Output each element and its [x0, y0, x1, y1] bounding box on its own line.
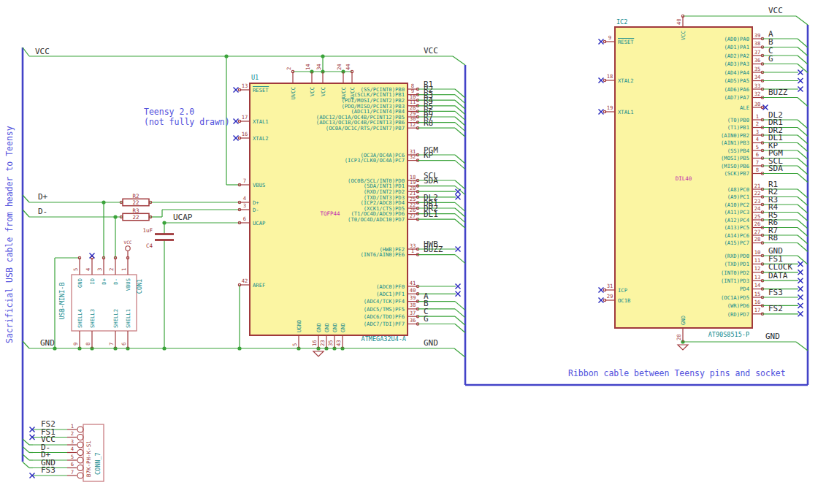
u1-pin-number: 38	[410, 302, 416, 308]
ic2-pin-number: 18	[607, 73, 613, 80]
u1-pin-name: VBUS	[253, 182, 265, 188]
junction-dot	[237, 346, 241, 350]
ic2-pin-number: 35	[754, 66, 761, 72]
ic2-pin-name: (SS)PB4	[727, 148, 749, 154]
ic2-pin-number: 40	[676, 18, 682, 25]
u1-pin-number: 27	[410, 213, 416, 219]
ic2-pin-number: 3	[756, 129, 759, 135]
ic2-pin-number: 21	[754, 183, 761, 189]
con1-pin-number: 7	[108, 343, 115, 345]
ic2-pin-name: (AD2)PA2	[724, 53, 749, 59]
note-teensy-line2: (not fully drawn)	[144, 117, 230, 127]
ic2-pin-name: ICP	[618, 287, 627, 294]
ic2-value: AT90S8515-P	[708, 331, 749, 338]
junction-dot	[321, 54, 324, 58]
ic2-pin-name: GND	[680, 316, 687, 325]
junction-dot	[162, 221, 166, 224]
net-label-ucap: UCAP	[173, 213, 193, 222]
net-label: R8	[424, 118, 433, 128]
con1-pin-name: SHELL3	[89, 309, 96, 328]
ic2-pin-name: (AIN0)PB2	[721, 132, 749, 139]
ic2-pin-name: (SCK)PB7	[724, 170, 749, 177]
ic2-pin-number: 27	[754, 229, 761, 235]
con1-pin-number: 9	[72, 343, 79, 345]
ic2-pin-number: 6	[756, 151, 759, 158]
u1-pin-number: 41	[410, 280, 416, 286]
u1-pin-name: GND	[316, 323, 322, 332]
con1-pin-name: VBUS	[125, 278, 131, 291]
u1-pin-number: 3	[243, 202, 246, 209]
ic2-pin-number: 19	[607, 104, 613, 111]
con1-pin-number: 6	[121, 343, 127, 345]
ic2-pin-number: 7	[756, 159, 759, 166]
conn7-pin-number: 6	[71, 461, 74, 467]
con1-ref: CON1	[136, 279, 143, 294]
ic2-pin-name: (AD4)PA4	[724, 69, 749, 76]
u1-pin-number: 2	[286, 67, 292, 70]
ic2-pin-name: (A9)PC1	[727, 194, 749, 200]
u1-pin-name: (ADC5/TMS)PF5	[364, 306, 405, 313]
net-label: BUZZ	[768, 88, 788, 97]
ic2-pin-name: XTAL1	[618, 109, 634, 115]
con1-pin-name: D+	[101, 278, 107, 284]
ic2-pin-number: 9	[608, 34, 611, 41]
ic2-pin-name: (A8)PC0	[727, 186, 749, 193]
u1-pin-number: 17	[242, 114, 248, 121]
ic2-pin-number: 15	[754, 291, 761, 297]
ic2-pin-name: (A11)PC3	[724, 209, 749, 215]
u1-pin-name: VCC	[320, 87, 326, 96]
ic2-pin-number: 1	[756, 113, 759, 120]
net-label-dplus: D+	[38, 192, 48, 202]
junction-dot	[113, 215, 117, 218]
con1-pin-number: 2	[108, 268, 115, 271]
u1-pin-number: 7	[243, 177, 246, 184]
note-teensy-line1: Teensy 2.0	[144, 107, 194, 117]
ic2-pin-name: (MOSI)PB5	[721, 155, 749, 161]
con1-pin-number: 8	[85, 343, 91, 345]
ic2-pin-name: (A12)PC4	[724, 217, 749, 224]
ic2-pin-name: (MISO)PB6	[721, 163, 749, 169]
ic2-pin-number: 33	[754, 83, 761, 89]
u1-pin-name: UCAP	[253, 220, 265, 226]
net-label-gnd: GND	[424, 338, 438, 348]
con1-pin-name: SHELL1	[125, 309, 131, 328]
ic2-pin-name: RESET	[618, 39, 634, 45]
capacitor-c4-value: 1uF	[142, 227, 153, 234]
resistor-r3-ref: R3	[132, 207, 139, 214]
ic2-pin-number: 28	[754, 236, 761, 243]
ic2-pin-number: 2	[756, 121, 759, 127]
ic2-pin-number: 36	[754, 57, 761, 64]
ic2-pin-number: 30	[754, 101, 761, 107]
u1-pin-name: GND	[332, 323, 338, 332]
u1-pin-name: (ADC6/TDO)PF6	[364, 313, 405, 320]
net-label: KP	[424, 150, 434, 160]
u1-pin-number: 35	[327, 340, 334, 346]
net-label: FS2	[768, 304, 783, 313]
ic2-pin-name: (TXD)PD1	[724, 261, 749, 267]
con1-pin-number: 1	[121, 268, 127, 271]
ic2-pin-name: (RXD)PD0	[724, 253, 749, 259]
u1-pin-name: UGND	[296, 320, 302, 332]
conn7-pin-number: 3	[71, 438, 74, 445]
ic2-pin-name: (OC1A)PD5	[721, 294, 749, 301]
junction-dot	[162, 346, 166, 350]
con1-pin-number: 5	[72, 268, 79, 271]
vcc-symbol-label: VCC	[124, 240, 132, 245]
u1-pin-number: 1	[411, 248, 414, 254]
ic2-pin-number: 39	[754, 32, 761, 39]
ic2-package: DIL40	[676, 175, 692, 182]
ic2-pin-number: 5	[756, 144, 759, 150]
ic2-pin-name: VCC	[680, 31, 687, 40]
ic2-pin-name: (AD6)PA6	[724, 86, 749, 93]
ic2-pin-name: (A14)PC6	[724, 232, 749, 239]
ic2-pin-number: 32	[754, 91, 761, 97]
ic2-pin-number: 24	[754, 205, 761, 212]
con1-pin-name: ID	[89, 278, 96, 285]
resistor-r2-ref: R2	[132, 193, 139, 199]
ic2-pin-name: (AD3)PA3	[724, 61, 749, 67]
u1-pin-number: 36	[410, 317, 416, 324]
ic2-pin-number: 10	[754, 249, 761, 256]
ic2-pin-name: (A15)PC7	[724, 240, 749, 246]
ic2-pin-name: (INT1)PD3	[721, 278, 749, 284]
u1-pin-number: 23	[319, 340, 326, 346]
